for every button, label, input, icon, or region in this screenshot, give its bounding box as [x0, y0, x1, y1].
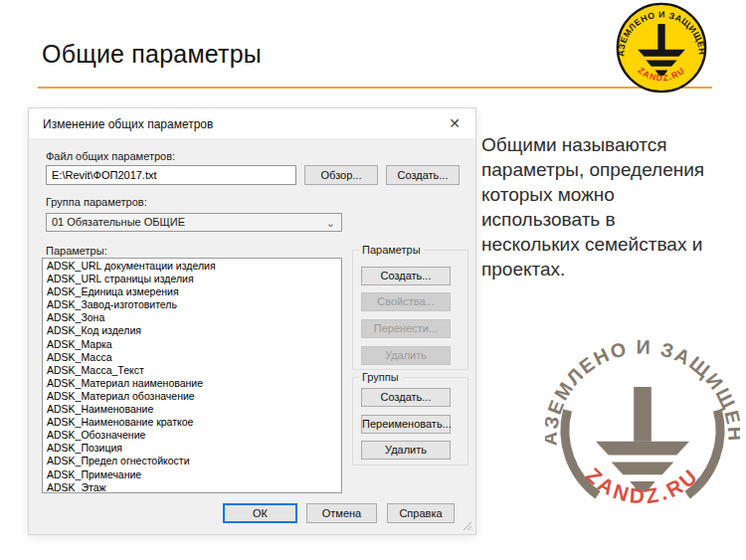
resize-grip-icon[interactable] — [463, 521, 472, 531]
close-icon[interactable]: ✕ — [446, 114, 464, 132]
parameters-groupbox-title: Параметры — [359, 244, 424, 256]
parameters-listbox[interactable]: ADSK_URL документации изделия ADSK_URL с… — [42, 258, 342, 493]
cancel-button[interactable]: Отмена — [306, 503, 377, 523]
parameter-group-selected: 01 Обязательные ОБЩИЕ — [52, 216, 185, 228]
parameter-group-label: Группа параметров: — [46, 196, 147, 208]
list-item[interactable]: ADSK_Предел огнестойкости — [43, 455, 341, 467]
list-item[interactable]: ADSK_Материал наименование — [43, 377, 341, 390]
list-item[interactable]: ADSK_Единица измерения — [43, 285, 341, 298]
shared-parameters-dialog: Изменение общих параметров ✕ Файл общих … — [28, 107, 476, 535]
zandz-logo: ЗАЗЕМЛЕНО И ЗАЩИЩЕНО ZANDZ.RU — [616, 2, 707, 93]
description-text: Общими называются параметры, определения… — [481, 132, 705, 281]
list-item[interactable]: ADSK_Масса_Текст — [43, 364, 341, 377]
list-item[interactable]: ADSK_Код изделия — [43, 324, 341, 337]
list-item[interactable]: ADSK_Примечание — [43, 468, 341, 481]
param-delete-button: Удалить — [361, 346, 451, 365]
group-create-button[interactable]: Создать... — [361, 388, 451, 407]
list-item[interactable]: ADSK_URL документации изделия — [43, 260, 341, 273]
accent-divider — [38, 87, 712, 89]
parameter-group-select[interactable]: 01 Обязательные ОБЩИЕ ⌄ — [46, 213, 342, 232]
browse-button[interactable]: Обзор... — [304, 165, 378, 185]
group-rename-button[interactable]: Переименовать... — [361, 415, 451, 434]
dialog-titlebar[interactable]: Изменение общих параметров ✕ — [29, 108, 475, 138]
ok-button[interactable]: ОК — [223, 503, 297, 523]
page-title: Общие параметры — [42, 40, 262, 69]
param-create-button[interactable]: Создать... — [361, 267, 451, 285]
chevron-down-icon: ⌄ — [326, 215, 335, 232]
list-item[interactable]: ADSK_URL страницы изделия — [43, 273, 341, 285]
help-button[interactable]: Справка — [387, 503, 455, 523]
list-item[interactable]: ADSK_Наименование краткое — [43, 416, 341, 429]
param-move-button: Перенести... — [361, 319, 451, 338]
list-item[interactable]: ADSK_Наименование — [43, 403, 341, 416]
create-file-button[interactable]: Создать... — [386, 165, 460, 185]
groups-groupbox-title: Группы — [359, 371, 402, 383]
list-item[interactable]: ADSK_Позиция — [43, 442, 341, 455]
param-properties-button: Свойства... — [361, 292, 451, 311]
list-item[interactable]: ADSK_Этаж — [43, 481, 341, 493]
group-delete-button[interactable]: Удалить — [361, 441, 451, 460]
list-item[interactable]: ADSK_Обозначение — [43, 429, 341, 442]
list-item[interactable]: ADSK_Материал обозначение — [43, 390, 341, 403]
list-item[interactable]: ADSK_Завод-изготовитель — [43, 298, 341, 311]
list-item[interactable]: ADSK_Масса — [43, 351, 341, 364]
list-item[interactable]: ADSK_Зона — [43, 311, 341, 324]
file-label: Файл общих параметров: — [46, 150, 175, 162]
dialog-title: Изменение общих параметров — [43, 117, 213, 131]
parameters-label: Параметры: — [46, 245, 107, 257]
zandz-watermark: ЗАЗЕМЛЕНО И ЗАЩИЩЕНО ZANDZ.RU — [545, 336, 740, 531]
file-path-input[interactable] — [46, 165, 296, 185]
list-item[interactable]: ADSK_Марка — [43, 338, 341, 351]
